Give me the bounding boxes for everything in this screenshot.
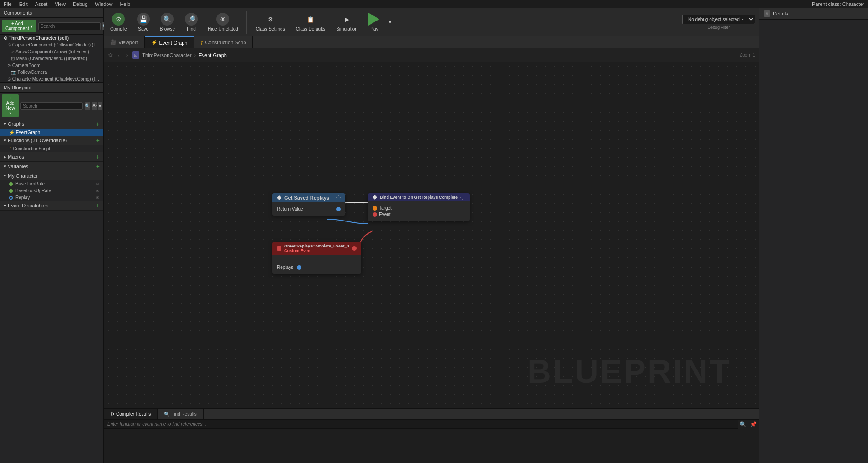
- get-saved-replays-node[interactable]: Get Saved Replays Return Value: [272, 193, 345, 216]
- tab-compiler-results[interactable]: ⚙ Compiler Results: [104, 409, 158, 419]
- my-blueprint-search-button[interactable]: 🔍: [85, 102, 90, 110]
- graphs-add-button[interactable]: +: [96, 121, 100, 127]
- macros-label: Macros: [8, 154, 24, 159]
- class-settings-icon: ⚙: [262, 13, 279, 26]
- class-defaults-icon: 📋: [302, 13, 319, 26]
- find-references-input[interactable]: [104, 420, 738, 429]
- replay-label: Replay: [15, 195, 30, 200]
- base-look-up-rate-item[interactable]: BaseLookUpRate ✉: [0, 187, 103, 194]
- replays-port: [297, 265, 301, 270]
- simulation-button[interactable]: ▶ Simulation: [332, 11, 361, 33]
- parent-class-label: Parent class: Character: [812, 1, 864, 7]
- breadcrumb-root[interactable]: ThirdPersonCharacter: [142, 52, 191, 58]
- menu-edit[interactable]: Edit: [19, 1, 28, 7]
- play-label: Play: [369, 26, 378, 31]
- bind-exec-in-port: [373, 195, 377, 200]
- nav-forward-button[interactable]: ›: [124, 51, 130, 59]
- list-item[interactable]: 📷 FollowCamera: [0, 69, 103, 76]
- event-dispatchers-section[interactable]: ▾ Event Dispatchers +: [0, 201, 103, 211]
- save-button[interactable]: 💾 Save: [133, 11, 153, 33]
- class-defaults-button[interactable]: 📋 Class Defaults: [292, 11, 329, 33]
- find-icon: 🔎: [185, 13, 198, 26]
- components-list: ⊙ ThirdPersonCharacter (self) ⊙ CapsuleC…: [0, 35, 103, 83]
- menu-view[interactable]: View: [55, 1, 66, 7]
- construction-script-item[interactable]: ƒ ConstructionScript: [0, 145, 103, 152]
- my-blueprint-search-input[interactable]: [20, 102, 83, 110]
- macros-add-button[interactable]: +: [96, 154, 100, 160]
- on-get-replays-complete-node[interactable]: OnGetReplaysComplete_Event_0 Custom Even…: [272, 242, 361, 274]
- find-button[interactable]: 🔎 Find: [181, 11, 201, 33]
- hide-unrelated-button[interactable]: 👁 Hide Unrelated: [205, 11, 241, 33]
- replays-label: Replays: [277, 265, 293, 270]
- menu-file[interactable]: File: [4, 1, 12, 7]
- find-search-button[interactable]: 🔍: [738, 420, 748, 428]
- play-button[interactable]: Play: [365, 11, 383, 33]
- menu-help[interactable]: Help: [120, 1, 130, 7]
- tab-viewport[interactable]: 🎥 Viewport: [104, 36, 145, 48]
- exec-in-port: [277, 195, 281, 200]
- bind-event-body: Target Event: [368, 201, 470, 221]
- event-graph-item[interactable]: ⚡ EventGraph: [0, 129, 103, 136]
- exec-out-port: [336, 195, 341, 200]
- functions-add-button[interactable]: +: [96, 137, 100, 144]
- debug-object-dropdown[interactable]: No debug object selected ~: [682, 15, 755, 24]
- on-exec-out-port: [277, 259, 281, 263]
- connections-svg: [104, 62, 759, 408]
- base-look-up-rate-dot: [9, 189, 13, 193]
- bind-event-node[interactable]: Bind Event to On Get Replays Complete Ta…: [368, 193, 470, 221]
- functions-section[interactable]: ▾ Functions (31 Overridable) +: [0, 136, 103, 145]
- replay-item[interactable]: Replay ✉: [0, 194, 103, 201]
- bottom-panel: ⚙ Compiler Results 🔍 Find Results 🔍 📌: [104, 408, 759, 463]
- add-component-button[interactable]: + Add Component ▾: [2, 20, 36, 32]
- play-expand-button[interactable]: ▾: [387, 18, 394, 26]
- event-dispatchers-add-button[interactable]: +: [96, 202, 100, 209]
- list-item[interactable]: ↗ ArrowComponent (Arrow) (Inherited): [0, 48, 103, 55]
- eye-button[interactable]: 👁: [92, 102, 97, 110]
- separator-1: [246, 11, 247, 34]
- replays-row: Replays: [277, 265, 357, 270]
- nav-star-button[interactable]: ☆: [107, 51, 113, 59]
- tab-event-graph[interactable]: ⚡ Event Graph: [145, 36, 194, 48]
- find-pin-button[interactable]: 📌: [748, 420, 759, 428]
- bind-event-title: Bind Event to On Get Replays Complete: [380, 195, 458, 200]
- class-settings-button[interactable]: ⚙ Class Settings: [252, 11, 289, 33]
- nav-back-button[interactable]: ‹: [116, 51, 122, 59]
- blueprint-watermark: BLUEPRINT: [527, 353, 731, 390]
- event-port: [373, 212, 377, 217]
- play-triangle-icon: [368, 13, 379, 26]
- details-panel: ℹ Details: [759, 8, 868, 463]
- variables-section[interactable]: ▾ Variables +: [0, 162, 103, 171]
- my-character-section[interactable]: ▾ My Character: [0, 171, 103, 180]
- details-icon: ℹ: [764, 10, 770, 17]
- event-dispatchers-collapse: ▾: [4, 203, 6, 209]
- compile-button[interactable]: ⚙ Compile: [107, 11, 130, 33]
- construction-script-tab-label: Construction Scrip: [205, 40, 246, 45]
- graphs-collapse: ▾: [4, 121, 6, 127]
- menu-asset[interactable]: Asset: [35, 1, 48, 7]
- browse-button[interactable]: 🔍 Browse: [157, 11, 178, 33]
- list-item[interactable]: ⊙ ThirdPersonCharacter (self): [0, 35, 103, 41]
- list-item[interactable]: ⊙ CameraBoom: [0, 62, 103, 69]
- left-panel: Components + Add Component ▾ 🔍 ⊙ ThirdPe…: [0, 8, 104, 463]
- tab-construction-script[interactable]: ƒ Construction Scrip: [194, 36, 253, 48]
- graphs-section[interactable]: ▾ Graphs +: [0, 119, 103, 129]
- save-label: Save: [138, 26, 148, 31]
- details-title: Details: [773, 11, 788, 16]
- blueprint-canvas[interactable]: BLUEPRINT Get Saved Replays: [104, 62, 759, 408]
- add-new-button[interactable]: + Add New ▾: [2, 94, 19, 117]
- base-turn-rate-label: BaseTurnRate: [15, 181, 45, 186]
- menu-window[interactable]: Window: [95, 1, 112, 7]
- list-item[interactable]: ⊙ CapsuleComponent (CollisionCylinder) (…: [0, 41, 103, 48]
- return-value-port: [336, 207, 341, 211]
- simulation-label: Simulation: [336, 26, 357, 31]
- menu-debug[interactable]: Debug: [73, 1, 87, 7]
- list-item[interactable]: ⊡ Mesh (CharacterMesh0) (Inherited): [0, 55, 103, 62]
- base-turn-rate-item[interactable]: BaseTurnRate ✉: [0, 180, 103, 187]
- tab-find-results[interactable]: 🔍 Find Results: [158, 409, 204, 419]
- components-search-input[interactable]: [38, 22, 101, 30]
- add-component-chevron: ▾: [31, 24, 33, 29]
- list-item[interactable]: ⊙ CharacterMovement (CharMoveComp) (Inhe…: [0, 76, 103, 82]
- settings-button[interactable]: ▾: [98, 102, 102, 110]
- variables-add-button[interactable]: +: [96, 163, 100, 170]
- macros-section[interactable]: ▸ Macros +: [0, 152, 103, 162]
